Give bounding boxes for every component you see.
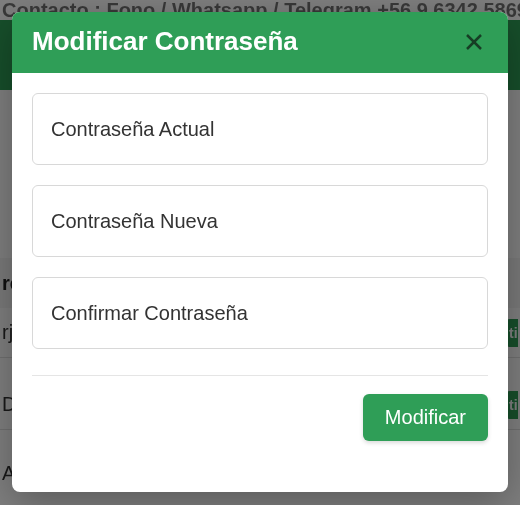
field-label: Confirmar Contraseña: [51, 302, 248, 325]
current-password-field[interactable]: Contraseña Actual: [32, 93, 488, 165]
modal-title: Modificar Contraseña: [32, 26, 298, 57]
modal-footer: Modificar: [32, 394, 488, 445]
submit-button[interactable]: Modificar: [363, 394, 488, 441]
confirm-password-field[interactable]: Confirmar Contraseña: [32, 277, 488, 349]
field-label: Contraseña Actual: [51, 118, 214, 141]
divider: [32, 375, 488, 376]
close-button[interactable]: [460, 28, 488, 56]
field-label: Contraseña Nueva: [51, 210, 218, 233]
new-password-field[interactable]: Contraseña Nueva: [32, 185, 488, 257]
close-icon: [462, 30, 486, 54]
modal-header: Modificar Contraseña: [12, 12, 508, 73]
change-password-modal: Modificar Contraseña Contraseña Actual C…: [12, 12, 508, 492]
modal-body: Contraseña Actual Contraseña Nueva Confi…: [12, 73, 508, 492]
